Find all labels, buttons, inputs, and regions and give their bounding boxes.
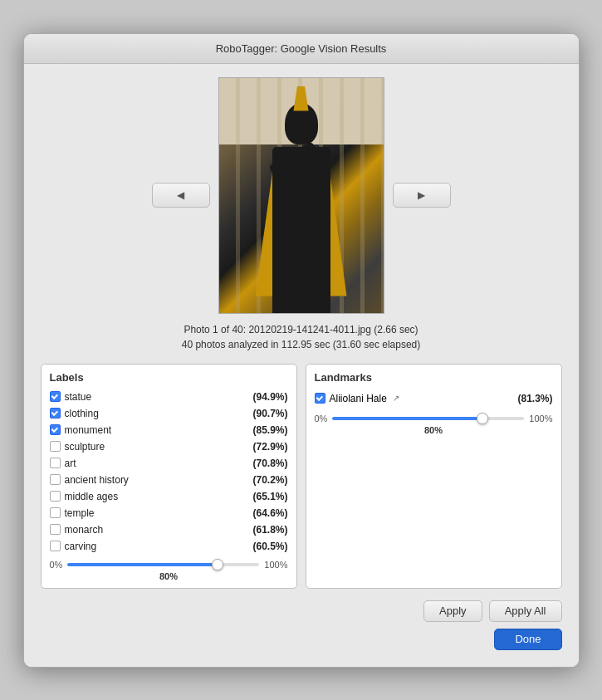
landmarks-slider-min: 0% (315, 414, 328, 423)
label-checkbox-3[interactable] (50, 441, 61, 452)
label-item: monarch (61.8%) (50, 521, 288, 538)
label-left: monument (50, 424, 112, 436)
label-item: sculpture (72.9%) (50, 438, 288, 455)
titlebar: RoboTagger: Google Vision Results (24, 34, 579, 64)
photo-caption: Photo 1 of 40: 20120219-141241-4011.jpg … (41, 322, 562, 352)
photo-container (218, 77, 384, 314)
label-checkbox-5[interactable] (50, 474, 61, 485)
prev-button[interactable]: ◀ (152, 183, 210, 208)
labels-slider-min: 0% (50, 560, 63, 570)
landmark-checkbox-0[interactable] (315, 393, 325, 404)
landmark-icon: ↗ (393, 394, 399, 403)
label-left: middle ages (50, 491, 119, 502)
action-buttons-row: Apply Apply All (41, 600, 562, 622)
landmarks-slider-row: 0% 100% (315, 414, 553, 423)
label-item: carving (60.5%) (50, 538, 288, 555)
label-name: carving (65, 541, 97, 552)
label-left: temple (50, 507, 95, 519)
label-pct: (65.1%) (252, 491, 287, 502)
label-pct: (90.7%) (252, 408, 287, 419)
label-checkbox-1[interactable] (50, 408, 61, 419)
label-name: art (65, 458, 76, 469)
prev-icon: ◀ (177, 189, 184, 201)
label-name: monarch (65, 524, 104, 536)
landmark-item: Aliiolani Hale ↗ (81.3%) (315, 389, 553, 409)
window-content: ◀ ▶ Photo 1 of 40: 20120219-141241-401 (24, 64, 579, 667)
label-pct: (85.9%) (252, 424, 287, 436)
done-button[interactable]: Done (494, 629, 561, 650)
label-item: clothing (90.7%) (50, 405, 288, 422)
landmarks-panel: Landmarks Aliiolani Hale ↗ (81.3%) 0% 10… (306, 364, 562, 589)
labels-panel: Labels statue (94.9%) clothing (90.7%) m… (41, 364, 297, 589)
label-checkbox-6[interactable] (50, 491, 61, 502)
landmarks-list: Aliiolani Hale ↗ (81.3%) (315, 389, 553, 409)
label-checkbox-4[interactable] (50, 458, 61, 468)
landmark-name: Aliiolani Hale (330, 393, 387, 404)
label-left: sculpture (50, 441, 105, 453)
label-name: sculpture (65, 441, 105, 453)
label-item: ancient history (70.2%) (50, 472, 288, 488)
landmarks-slider-value: 80% (315, 425, 553, 435)
landmarks-header: Landmarks (315, 371, 553, 384)
label-pct: (94.9%) (252, 391, 287, 403)
photo-image (219, 78, 384, 313)
label-pct: (64.6%) (252, 507, 287, 519)
label-name: middle ages (65, 491, 119, 502)
label-name: temple (65, 507, 95, 519)
next-button[interactable]: ▶ (393, 183, 451, 208)
apply-button[interactable]: Apply (423, 600, 482, 622)
labels-header: Labels (50, 371, 288, 384)
main-window: RoboTagger: Google Vision Results ◀ (23, 33, 580, 668)
caption-line2: 40 photos analyzed in 112.95 sec (31.60 … (41, 337, 562, 352)
label-pct: (70.2%) (252, 474, 287, 486)
label-item: monument (85.9%) (50, 422, 288, 438)
landmark-pct: (81.3%) (517, 393, 552, 404)
image-area: ◀ ▶ (41, 77, 562, 314)
done-row: Done (41, 629, 562, 650)
label-pct: (72.9%) (252, 441, 287, 453)
landmarks-slider[interactable] (332, 417, 524, 420)
next-icon: ▶ (418, 189, 425, 201)
label-left: carving (50, 541, 97, 552)
label-checkbox-9[interactable] (50, 541, 61, 551)
label-name: monument (65, 424, 112, 436)
label-item: art (70.8%) (50, 455, 288, 472)
label-pct: (61.8%) (252, 524, 287, 536)
label-checkbox-2[interactable] (50, 424, 61, 435)
window-title: RoboTagger: Google Vision Results (216, 42, 387, 55)
label-left: ancient history (50, 474, 129, 486)
panels-row: Labels statue (94.9%) clothing (90.7%) m… (41, 364, 562, 589)
label-name: ancient history (65, 474, 129, 486)
label-item: middle ages (65.1%) (50, 488, 288, 505)
label-left: statue (50, 391, 92, 403)
label-checkbox-0[interactable] (50, 391, 61, 402)
label-item: temple (64.6%) (50, 505, 288, 521)
apply-all-button[interactable]: Apply All (489, 600, 562, 622)
caption-line1: Photo 1 of 40: 20120219-141241-4011.jpg … (41, 322, 562, 337)
labels-slider[interactable] (67, 563, 259, 566)
labels-slider-row: 0% 100% (50, 560, 288, 570)
landmarks-slider-max: 100% (529, 414, 552, 423)
label-left: art (50, 458, 76, 469)
labels-slider-value: 80% (50, 571, 288, 581)
label-left: clothing (50, 408, 99, 419)
label-name: clothing (65, 408, 99, 419)
label-checkbox-7[interactable] (50, 507, 61, 518)
label-pct: (70.8%) (252, 458, 287, 469)
labels-list: statue (94.9%) clothing (90.7%) monument… (50, 389, 288, 555)
label-name: statue (65, 391, 92, 403)
label-left: monarch (50, 524, 104, 536)
label-item: statue (94.9%) (50, 389, 288, 405)
label-pct: (60.5%) (252, 541, 287, 552)
label-checkbox-8[interactable] (50, 524, 61, 535)
labels-slider-max: 100% (264, 560, 287, 570)
